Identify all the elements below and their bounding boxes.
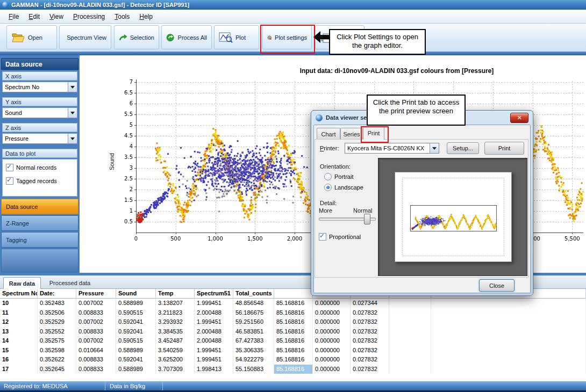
table-cell[interactable]: 0.027832: [351, 336, 389, 346]
table-header-cell[interactable]: Date:: [38, 289, 76, 299]
table-cell[interactable]: [431, 365, 586, 374]
table-cell[interactable]: 1.999451: [195, 299, 233, 308]
table-cell[interactable]: 0.008833: [76, 355, 116, 365]
chevron-down-icon[interactable]: [68, 82, 77, 92]
x-axis-select[interactable]: Spectrum No: [2, 82, 77, 92]
table-cell[interactable]: 0.352575: [38, 336, 76, 346]
table-cell[interactable]: 2.000488: [195, 327, 233, 337]
table-cell[interactable]: 0.008833: [76, 327, 116, 337]
table-cell[interactable]: 0.590515: [116, 308, 156, 318]
table-cell[interactable]: 0.588989: [116, 365, 156, 374]
table-cell[interactable]: 14: [0, 336, 38, 346]
table-cell[interactable]: [431, 355, 586, 365]
table-cell[interactable]: [431, 346, 586, 355]
table-cell[interactable]: 3.384535: [156, 327, 195, 337]
table-cell[interactable]: 0.352506: [38, 308, 76, 318]
y-axis-select[interactable]: Sound: [2, 107, 77, 118]
menu-file[interactable]: File: [4, 11, 23, 22]
table-cell[interactable]: 0.588989: [116, 299, 156, 308]
table-cell[interactable]: [431, 327, 586, 337]
detail-slider[interactable]: [319, 214, 375, 223]
close-button[interactable]: Close: [479, 279, 514, 292]
table-cell[interactable]: 0.352645: [38, 365, 76, 374]
print-button[interactable]: Print: [484, 142, 524, 155]
setup-button[interactable]: Setup...: [447, 142, 479, 154]
table-cell[interactable]: 0.352552: [38, 327, 76, 337]
table-cell[interactable]: [431, 308, 586, 318]
table-cell[interactable]: 59.251560: [233, 317, 274, 327]
table-cell[interactable]: 85.168816: [274, 308, 313, 318]
table-cell[interactable]: 85.168816: [274, 299, 313, 308]
tab-series[interactable]: Series: [340, 128, 363, 140]
table-cell[interactable]: 0.007002: [76, 299, 116, 308]
table-cell[interactable]: 85.168816: [274, 346, 313, 355]
table-cell[interactable]: 0.007002: [76, 336, 116, 346]
table-cell[interactable]: 3.293932: [156, 317, 195, 327]
sidebar-nav-tagging[interactable]: Tagging: [1, 232, 78, 248]
table-cell[interactable]: 2.000488: [195, 308, 233, 318]
table-cell[interactable]: 15: [0, 346, 38, 355]
table-cell[interactable]: 1.999451: [195, 355, 233, 365]
table-cell[interactable]: 0.592041: [116, 355, 156, 365]
table-cell[interactable]: 55.150883: [233, 365, 274, 374]
process-all-button[interactable]: Process All: [161, 25, 212, 49]
table-cell[interactable]: 54.922279: [233, 355, 274, 365]
table-header-cell[interactable]: Spectrum No: [0, 289, 38, 299]
table-cell[interactable]: 0.007002: [76, 317, 116, 327]
table-cell[interactable]: 12: [0, 317, 38, 327]
table-cell[interactable]: 16: [0, 355, 38, 365]
table-cell[interactable]: 0.008833: [76, 365, 116, 374]
menu-view[interactable]: View: [45, 11, 68, 22]
table-cell[interactable]: 0.592041: [116, 317, 156, 327]
table-cell[interactable]: [389, 346, 431, 355]
table-cell[interactable]: 0.592041: [116, 327, 156, 337]
printer-select[interactable]: Kyocera Mita FS-C8026N KX: [345, 143, 439, 154]
z-axis-select[interactable]: Pressure: [2, 133, 77, 144]
open-button[interactable]: Open: [6, 25, 57, 49]
detail-slider-thumb[interactable]: [364, 214, 370, 224]
table-cell[interactable]: 0.008833: [76, 308, 116, 318]
dialog-close-icon[interactable]: ✕: [510, 113, 528, 123]
table-cell[interactable]: 56.186675: [233, 308, 274, 318]
table-header-cell[interactable]: Temp: [156, 289, 195, 299]
table-header-cell[interactable]: Spectrum51: [195, 289, 233, 299]
table-cell[interactable]: [431, 336, 586, 346]
spectrum-view-button[interactable]: Spectrum View: [59, 25, 111, 49]
sidebar-nav-data-source[interactable]: Data source: [1, 199, 78, 214]
table-cell[interactable]: 0.027832: [351, 355, 389, 365]
table-cell[interactable]: 3.625200: [156, 355, 195, 365]
table-cell[interactable]: 0.027832: [351, 308, 389, 318]
table-cell[interactable]: 17: [0, 365, 38, 374]
tab-raw-data[interactable]: Raw data: [3, 277, 41, 289]
tagged-records-checkbox[interactable]: Tagged records: [6, 177, 57, 185]
table-cell[interactable]: 46.583851: [233, 327, 274, 337]
chevron-down-icon[interactable]: [430, 143, 439, 153]
table-cell[interactable]: 3.452487: [156, 336, 195, 346]
table-cell[interactable]: [389, 336, 431, 346]
window-titlebar[interactable]: GAMMAN - [di-10nov09-ALADIN 033.gsf] - D…: [0, 0, 586, 10]
table-cell[interactable]: 0.027832: [351, 327, 389, 337]
menu-tools[interactable]: Tools: [110, 11, 134, 22]
menu-processing[interactable]: Processing: [69, 11, 109, 22]
table-cell[interactable]: [389, 365, 431, 374]
table-cell[interactable]: 85.168816: [274, 336, 313, 346]
table-cell[interactable]: 0.027832: [351, 365, 389, 374]
plot-settings-button[interactable]: Plot settings: [262, 25, 312, 49]
table-cell[interactable]: 35.306335: [233, 346, 274, 355]
table-cell[interactable]: 11: [0, 308, 38, 318]
table-cell[interactable]: 0.000000: [313, 327, 351, 337]
normal-records-checkbox[interactable]: Normal records: [6, 164, 56, 171]
table-cell[interactable]: 13: [0, 327, 38, 337]
table-cell[interactable]: [389, 355, 431, 365]
table-cell[interactable]: 0.590515: [116, 336, 156, 346]
table-cell[interactable]: 0.000000: [313, 317, 351, 327]
table-cell[interactable]: 3.540259: [156, 346, 195, 355]
table-cell[interactable]: 1.999451: [195, 346, 233, 355]
table-cell[interactable]: 0.000000: [313, 299, 351, 308]
plot-button[interactable]: Plot: [214, 25, 259, 49]
tab-processed-data[interactable]: Processed data: [43, 277, 97, 289]
table-cell[interactable]: 0.027832: [351, 346, 389, 355]
chevron-down-icon[interactable]: [68, 108, 77, 118]
orientation-landscape-radio[interactable]: Landscape: [324, 184, 363, 191]
table-cell[interactable]: 85.168816: [274, 327, 313, 337]
